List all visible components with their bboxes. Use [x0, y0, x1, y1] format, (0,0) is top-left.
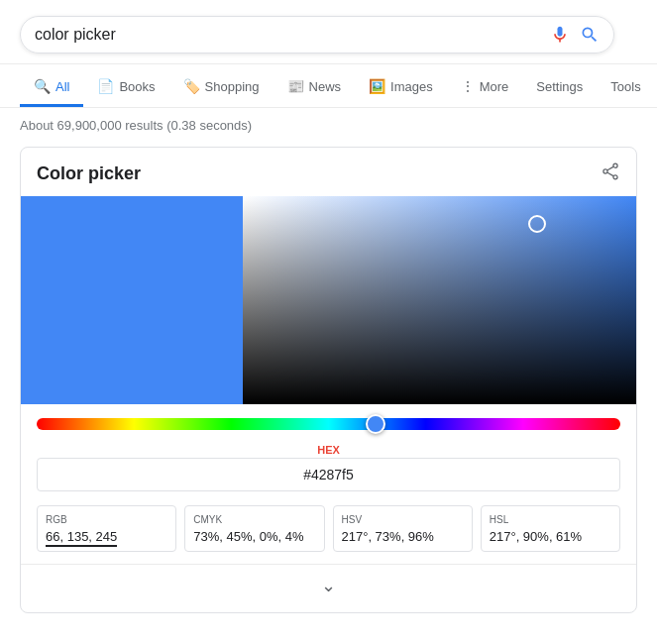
hsv-label: HSV	[342, 514, 464, 525]
cmyk-value: 73%, 45%, 0%, 4%	[193, 529, 303, 544]
color-values-row: RGB 66, 135, 245 CMYK 73%, 45%, 0%, 4% H…	[21, 497, 636, 556]
nav-tabs: 🔍 All 📄 Books 🏷️ Shopping 📰 News 🖼️ Imag…	[0, 64, 657, 108]
gradient-panel[interactable]	[243, 196, 636, 404]
color-picker-card: Color picker HEX RGB 66, 1	[20, 147, 637, 613]
books-icon: 📄	[97, 78, 114, 94]
svg-point-1	[603, 169, 607, 173]
tab-images-label: Images	[390, 79, 433, 94]
hsl-value: 217°, 90%, 61%	[490, 529, 582, 544]
card-header: Color picker	[21, 148, 636, 196]
hue-slider[interactable]	[37, 418, 620, 430]
search-bar	[20, 16, 614, 54]
hsv-box[interactable]: HSV 217°, 73%, 96%	[333, 505, 473, 552]
search-bar-area	[0, 0, 657, 64]
share-icon[interactable]	[601, 161, 620, 186]
tab-tools[interactable]: Tools	[597, 69, 654, 107]
news-icon: 📰	[287, 78, 304, 94]
tab-more[interactable]: ⋮ More	[447, 68, 523, 107]
picker-cursor	[528, 215, 546, 233]
tab-images[interactable]: 🖼️ Images	[355, 68, 447, 107]
hue-thumb[interactable]	[366, 414, 385, 434]
settings-tools-group: Settings Tools	[522, 69, 654, 107]
tab-books[interactable]: 📄 Books	[83, 68, 168, 107]
mic-icon[interactable]	[550, 25, 570, 45]
cmyk-label: CMYK	[193, 514, 315, 525]
color-canvas[interactable]	[21, 196, 636, 404]
hsl-label: HSL	[490, 514, 611, 525]
hue-slider-wrapper	[21, 404, 636, 434]
svg-line-3	[607, 166, 613, 169]
hex-section: HEX	[21, 434, 636, 497]
settings-label: Settings	[536, 79, 583, 94]
hex-label: HEX	[37, 444, 620, 456]
card-title: Color picker	[37, 163, 141, 184]
search-icon[interactable]	[580, 25, 600, 45]
tab-more-label: More	[480, 79, 509, 94]
tab-news-label: News	[309, 79, 342, 94]
hsl-box[interactable]: HSL 217°, 90%, 61%	[481, 505, 620, 552]
chevron-down-row[interactable]: ⌄	[21, 565, 636, 600]
result-count: About 69,900,000 results (0.38 seconds)	[0, 108, 657, 143]
rgb-label: RGB	[46, 514, 167, 525]
images-icon: 🖼️	[369, 78, 385, 94]
svg-line-4	[607, 172, 613, 175]
svg-point-2	[613, 175, 617, 179]
solid-color-panel	[21, 196, 243, 404]
all-icon: 🔍	[34, 78, 51, 94]
rgb-box[interactable]: RGB 66, 135, 245	[37, 505, 176, 552]
tab-settings[interactable]: Settings	[522, 69, 597, 107]
tab-shopping[interactable]: 🏷️ Shopping	[169, 68, 274, 107]
chevron-down-icon: ⌄	[321, 576, 336, 595]
more-dots-icon: ⋮	[461, 78, 475, 94]
tools-label: Tools	[610, 79, 640, 94]
tab-all[interactable]: 🔍 All	[20, 68, 83, 107]
hsv-value: 217°, 73%, 96%	[342, 529, 434, 544]
search-icons	[550, 25, 600, 45]
hex-input[interactable]	[37, 458, 620, 491]
shopping-icon: 🏷️	[183, 78, 200, 94]
cmyk-box[interactable]: CMYK 73%, 45%, 0%, 4%	[184, 505, 324, 552]
result-count-text: About 69,900,000 results (0.38 seconds)	[20, 118, 252, 133]
rgb-value: 66, 135, 245	[46, 529, 117, 547]
tab-books-label: Books	[119, 79, 155, 94]
tab-news[interactable]: 📰 News	[274, 68, 356, 107]
search-input[interactable]	[35, 26, 550, 44]
tab-shopping-label: Shopping	[205, 79, 260, 94]
svg-point-0	[613, 163, 617, 167]
tab-all-label: All	[55, 79, 69, 94]
